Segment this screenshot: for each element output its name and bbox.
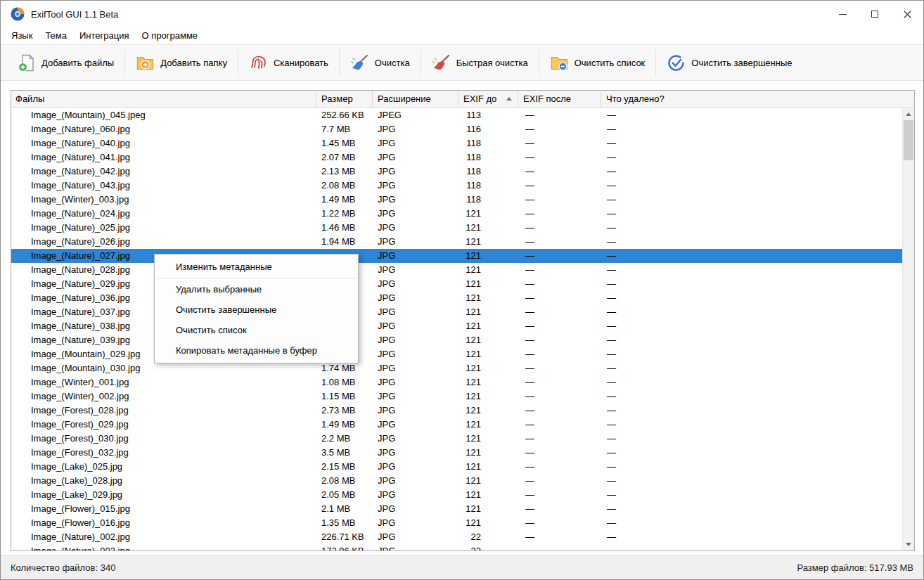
toolbar-scan-button[interactable]: Сканировать (238, 49, 340, 76)
column-header-files[interactable]: Файлы (11, 91, 316, 107)
exif-before-cell: 121 (458, 474, 518, 488)
exif-before-cell: 121 (458, 432, 518, 446)
file-name-cell: Image_(Lake)_029.jpg (11, 488, 316, 502)
toolbar-add-files-button[interactable]: Добавить файлы (6, 49, 125, 76)
exif-before-cell: 121 (458, 277, 518, 291)
context-menu-item-clear-completed[interactable]: Очистить завершенные (155, 299, 358, 320)
maximize-button[interactable] (859, 1, 891, 27)
file-name-cell: Image_(Nature)_003.jpg (11, 544, 316, 550)
context-menu-item-edit-metadata[interactable]: Изменить метаданные (155, 257, 358, 277)
menu-theme[interactable]: Тема (39, 27, 73, 44)
table-row[interactable]: Image_(Lake)_028.jpg 2.08 MB JPG 121 — — (11, 474, 902, 488)
table-row[interactable]: Image_(Mountain)_030.jpg 1.74 MB JPG 121… (11, 361, 902, 375)
file-size-cell: 1.46 MB (316, 221, 373, 235)
table-row[interactable]: Image_(Winter)_001.jpg 1.08 MB JPG 121 —… (11, 375, 902, 389)
table-row[interactable]: Image_(Winter)_003.jpg 1.49 MB JPG 118 —… (11, 193, 902, 207)
table-row[interactable]: Image_(Nature)_028.jpg JPG 121 — — (11, 263, 902, 277)
vertical-scrollbar[interactable] (902, 108, 914, 550)
table-row[interactable]: Image_(Nature)_038.jpg JPG 121 — — (11, 319, 902, 333)
table-row[interactable]: Image_(Nature)_025.jpg 1.46 MB JPG 121 —… (11, 221, 902, 235)
scrollbar-thumb[interactable] (904, 120, 913, 160)
file-extension-cell: JPG (373, 474, 458, 488)
table-row[interactable]: Image_(Nature)_040.jpg 1.45 MB JPG 118 —… (11, 136, 902, 150)
exif-before-cell: 118 (458, 136, 518, 150)
table-row[interactable]: Image_(Nature)_024.jpg 1.22 MB JPG 121 —… (11, 207, 902, 221)
table-row[interactable]: Image_(Nature)_003.jpg 172.96 KB JPG 22 … (11, 544, 902, 550)
file-size-cell: 2.08 MB (316, 179, 373, 193)
table-row[interactable]: Image_(Nature)_039.jpg JPG 121 — — (11, 333, 902, 347)
context-menu-item-delete-selected[interactable]: Удалить выбранные (155, 279, 358, 299)
table-row[interactable]: Image_(Forest)_029.jpg 1.49 MB JPG 121 —… (11, 418, 902, 432)
column-header-size[interactable]: Размер (316, 91, 373, 107)
file-extension-cell: JPG (373, 502, 458, 516)
file-name-cell: Image_(Flower)_016.jpg (11, 516, 316, 530)
table-row[interactable]: Image_(Nature)_002.jpg 226.71 KB JPG 22 … (11, 530, 902, 544)
table-row[interactable]: Image_(Nature)_042.jpg 2.13 MB JPG 118 —… (11, 165, 902, 179)
exiftool-window: ExifTool GUI 1.1 Beta Язык Тема Интеграц… (0, 0, 924, 580)
table-row[interactable]: Image_(Lake)_029.jpg 2.05 MB JPG 121 — — (11, 488, 902, 502)
deleted-cell: — (601, 122, 902, 136)
table-row[interactable]: Image_(Forest)_028.jpg 2.73 MB JPG 121 —… (11, 404, 902, 418)
column-header-exif-after[interactable]: EXIF после (518, 91, 601, 107)
table-row[interactable]: Image_(Nature)_026.jpg 1.94 MB JPG 121 —… (11, 235, 902, 249)
file-name-cell: Image_(Nature)_060.jpg (11, 122, 316, 136)
broom-red-icon (432, 53, 451, 72)
menu-integration[interactable]: Интеграция (73, 27, 136, 44)
deleted-cell: — (601, 530, 902, 544)
menu-language[interactable]: Язык (5, 27, 39, 44)
exif-after-cell: — (518, 544, 601, 550)
table-row[interactable]: Image_(Nature)_029.jpg JPG 121 — — (11, 277, 902, 291)
table-row[interactable]: Image_(Flower)_016.jpg 1.35 MB JPG 121 —… (11, 516, 902, 530)
table-row[interactable]: Image_(Nature)_036.jpg JPG 121 — — (11, 291, 902, 305)
toolbar-clear-list-button[interactable]: Очистить список (539, 49, 657, 76)
table-row[interactable]: Image_(Forest)_032.jpg 3.5 MB JPG 121 — … (11, 446, 902, 460)
deleted-cell: — (601, 389, 902, 404)
close-button[interactable] (891, 1, 923, 27)
file-extension-cell: JPG (373, 179, 458, 193)
scroll-up-icon[interactable] (903, 108, 914, 120)
deleted-cell: — (601, 418, 902, 432)
toolbar-clean-button[interactable]: Очистка (340, 49, 421, 76)
column-header-extension[interactable]: Расширение (373, 91, 458, 107)
minimize-button[interactable] (826, 1, 859, 27)
table-row[interactable]: Image_(Forest)_030.jpg 2.2 MB JPG 121 — … (11, 432, 902, 446)
table-row[interactable]: Image_(Nature)_043.jpg 2.08 MB JPG 118 —… (11, 179, 902, 193)
file-extension-cell: JPG (373, 150, 458, 165)
column-header-label: Файлы (15, 94, 44, 104)
file-name-cell: Image_(Nature)_024.jpg (11, 207, 316, 221)
table-header: Файлы Размер Расширение EXIF до EXIF пос… (11, 91, 914, 108)
table-row[interactable]: Image_(Mountain)_029.jpg JPG 121 — — (11, 347, 902, 361)
toolbar-quick-clean-button[interactable]: Быстрая очистка (421, 49, 539, 76)
menu-about[interactable]: О программе (136, 27, 205, 44)
file-size-cell: 2.13 MB (316, 165, 373, 179)
add-folder-icon (136, 53, 155, 72)
toolbar-button-label: Сканировать (274, 58, 328, 68)
file-name-cell: Image_(Nature)_042.jpg (11, 165, 316, 179)
scroll-down-icon[interactable] (903, 539, 914, 550)
table-row[interactable]: Image_(Lake)_025.jpg 2.15 MB JPG 121 — — (11, 460, 902, 474)
table-row[interactable]: Image_(Nature)_037.jpg JPG 121 — — (11, 305, 902, 319)
toolbar-clear-completed-button[interactable]: Очистить завершенные (656, 49, 802, 76)
exif-before-cell: 121 (458, 404, 518, 418)
window-title: ExifTool GUI 1.1 Beta (31, 9, 118, 20)
exif-before-cell: 121 (458, 516, 518, 530)
table-row[interactable]: Image_(Nature)_041.jpg 2.07 MB JPG 118 —… (11, 150, 902, 165)
column-header-deleted[interactable]: Что удалено? (601, 91, 914, 107)
table-row[interactable]: Image_(Nature)_027.jpg JPG 121 — — (11, 249, 902, 263)
file-extension-cell: JPG (373, 361, 458, 375)
table-row[interactable]: Image_(Nature)_060.jpg 7.7 MB JPG 116 — … (11, 122, 902, 136)
toolbar-add-folder-button[interactable]: Добавить папку (125, 49, 238, 76)
file-extension-cell: JPG (373, 235, 458, 249)
context-menu-item-copy-metadata[interactable]: Копировать метаданные в буфер (155, 340, 358, 361)
broom-blue-icon (350, 53, 369, 72)
file-name-cell: Image_(Nature)_002.jpg (11, 530, 316, 544)
deleted-cell: — (601, 235, 902, 249)
column-header-exif-before[interactable]: EXIF до (458, 91, 518, 107)
window-controls (826, 1, 923, 27)
table-row[interactable]: Image_(Flower)_015.jpg 2.1 MB JPG 121 — … (11, 502, 902, 516)
exif-after-cell: — (518, 179, 601, 193)
file-size-cell: 1.74 MB (316, 361, 373, 375)
context-menu-item-clear-list[interactable]: Очистить список (155, 320, 358, 340)
table-row[interactable]: Image_(Winter)_002.jpg 1.15 MB JPG 121 —… (11, 389, 902, 404)
table-row[interactable]: Image_(Mountain)_045.jpeg 252.66 KB JPEG… (11, 108, 902, 122)
